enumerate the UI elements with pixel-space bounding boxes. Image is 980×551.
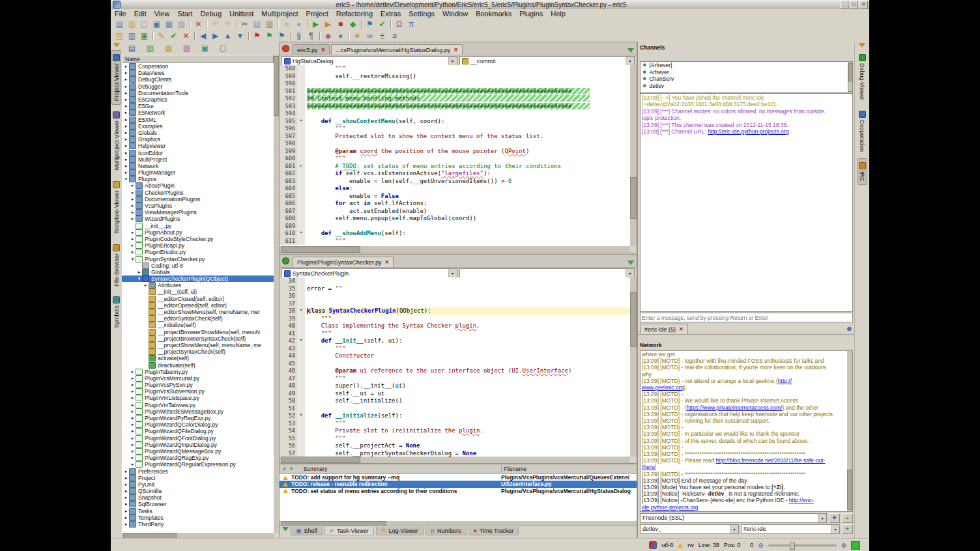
menu-settings[interactable]: Settings <box>405 10 439 18</box>
close-tab-icon[interactable]: ✕ <box>454 47 458 53</box>
new-project-button[interactable]: ▤ <box>113 31 126 41</box>
expand-arrow[interactable]: ▸ <box>130 409 136 414</box>
tree-item[interactable]: ▸Snapshot <box>122 494 274 501</box>
menu-debug[interactable]: Debug <box>197 10 225 18</box>
expand-arrow[interactable]: ▸ <box>123 469 129 474</box>
tree-item[interactable]: ▸VcsPlugins <box>122 203 274 209</box>
tree-item[interactable]: ▸Graphics <box>122 136 274 143</box>
tree-item[interactable]: ▸AboutPlugin <box>122 182 274 189</box>
favorites-button[interactable]: ★ <box>351 31 364 41</box>
add-task-icon[interactable]: + <box>290 466 293 472</box>
expand-arrow[interactable]: ▸ <box>130 429 136 434</box>
tree-item[interactable]: ▸Helpviewer <box>122 143 274 149</box>
expand-arrow[interactable]: ▾ <box>130 257 136 262</box>
tree-item[interactable]: ▸Debugger <box>122 83 274 90</box>
tree-item[interactable]: __init__(self, ui) <box>122 289 274 295</box>
tree-item[interactable]: ▸QScintilla <box>122 488 274 494</box>
tree-item[interactable]: ▸PluginManager <box>122 169 274 176</box>
expand-arrow[interactable]: ▸ <box>130 369 136 374</box>
tree-header[interactable]: Name <box>122 55 274 63</box>
tree-hscrollbar[interactable] <box>122 533 274 539</box>
close-file-button[interactable]: ▢ <box>138 19 151 29</box>
expand-arrow[interactable]: ▸ <box>130 442 136 447</box>
tree-item[interactable]: ▸PluginWizardQRegExp.py <box>122 455 274 461</box>
tree-item[interactable]: ▸PluginWizardQColorDialog.py <box>122 421 274 428</box>
menu-extras[interactable]: Extras <box>377 10 405 18</box>
expand-arrow[interactable]: ▸ <box>123 488 129 494</box>
editor-bottom-vscrollbar[interactable] <box>630 277 637 457</box>
tree-item[interactable]: ▸E5Graphics <box>122 96 274 103</box>
expand-arrow[interactable]: ▸ <box>123 97 129 102</box>
tree-item[interactable]: ▸E5XML <box>122 117 274 123</box>
member-selector[interactable]: ▾ <box>459 268 635 278</box>
channel-user[interactable]: ☻[Arfrever] <box>641 62 852 69</box>
tree-item[interactable]: ▸PluginWizardQInputDialog.py <box>122 442 274 448</box>
tree-item[interactable]: ▸MultiProject <box>122 156 274 163</box>
syntax-check-button[interactable]: ✔ <box>376 19 388 29</box>
editor-top-hscrollbar[interactable] <box>280 246 630 253</box>
run-button[interactable]: ▶ <box>310 19 322 29</box>
tree-item[interactable]: ▸PluginWizardQFileDialog.py <box>122 428 274 434</box>
expand-arrow[interactable]: ▸ <box>123 475 129 481</box>
expand-arrow[interactable]: ▸ <box>123 110 129 115</box>
undo-button[interactable]: ↶ <box>209 19 222 29</box>
dock-tab-multiproject-viewer[interactable]: Multiproject-Viewer <box>111 107 121 174</box>
zoom-slider-handle[interactable] <box>790 543 795 550</box>
expand-arrow[interactable]: ▸ <box>130 462 136 467</box>
tree-item[interactable]: activate(self) <box>122 355 274 361</box>
interfaces-button[interactable]: ▣ <box>199 43 211 53</box>
translations-button[interactable]: ▧ <box>180 43 193 53</box>
column-filename[interactable]: Filename <box>501 466 637 472</box>
tool-tabs-filter-icon[interactable] <box>282 527 289 531</box>
task-row[interactable]: TODO: set status of menu entries accordi… <box>280 488 637 494</box>
dock-filter-icon[interactable] <box>113 43 120 48</box>
dock-filter-icon[interactable] <box>859 43 865 48</box>
tree-item[interactable]: ▾SyntaxCheckerPlugin(QObject) <box>122 276 274 282</box>
code-area-bottom[interactable]: 3435error = ""363738▾class SyntaxChecker… <box>280 277 630 457</box>
network-selector[interactable]: Freenode (SSL) ▾ <box>640 513 827 523</box>
tree-item[interactable]: __editorSyntaxCheck(self) <box>122 315 274 322</box>
code-area-top[interactable]: 588 """589 self.__restoreMissing()590591… <box>280 65 630 246</box>
edit-topic-icon[interactable]: ☻ <box>845 325 853 332</box>
expand-arrow[interactable]: ▸ <box>123 70 129 76</box>
expand-arrow[interactable]: ▸ <box>123 515 129 520</box>
menu-unittest[interactable]: Unittest <box>225 10 257 18</box>
tab-time-tracker[interactable]: ●Time Tracker <box>468 527 519 535</box>
stop-button[interactable]: ■ <box>334 19 347 29</box>
tab-log-viewer[interactable]: ✎Log-Viewer <box>376 527 424 535</box>
clear-button[interactable]: ✕ <box>180 31 192 41</box>
tree-item[interactable]: ▸PluginWizardQFontDialog.py <box>122 435 274 442</box>
tree-item[interactable]: ▸PluginAbout.py <box>122 229 274 236</box>
expand-arrow[interactable]: ▸ <box>123 77 129 82</box>
paste-button[interactable]: ▥ <box>263 19 276 29</box>
save-project-button[interactable]: ▣ <box>138 31 151 41</box>
others-button[interactable]: ▢ <box>217 43 229 53</box>
editor-bottom[interactable]: Plugins/PluginSyntaxChecker.py✕ SyntaxCh… <box>279 254 637 464</box>
expand-arrow[interactable]: ▸ <box>130 455 136 460</box>
tree-item[interactable]: ▸DocumentationTools <box>122 90 274 96</box>
bookmark-blue-button[interactable]: ⚑ <box>276 31 288 41</box>
expand-arrow[interactable]: ▸ <box>130 230 136 235</box>
expand-arrow[interactable]: ▾ <box>123 177 129 182</box>
symbols-button[interactable]: Ω <box>393 19 405 29</box>
sources-button[interactable]: ▤ <box>126 43 138 53</box>
editor-tab[interactable]: eric5.py✕ <box>293 44 330 55</box>
editor-bottom-hscrollbar[interactable] <box>280 457 630 463</box>
menu-project[interactable]: Project <box>302 10 332 18</box>
column-summary[interactable]: Summary <box>296 466 498 472</box>
expand-arrow[interactable]: ▸ <box>123 482 129 487</box>
expand-arrow[interactable]: ▸ <box>130 395 136 401</box>
tree-item[interactable]: ▸PluginVmListspace.py <box>122 395 274 401</box>
tree-item[interactable]: ▸Examples <box>122 123 274 130</box>
join-channel-selector[interactable]: #eric-ide ▾ <box>741 524 840 534</box>
dock-tab-file-browser[interactable]: File-Browser <box>111 240 121 290</box>
continue-button[interactable]: ▶ <box>322 19 334 29</box>
expand-arrow[interactable]: ▸ <box>130 436 136 441</box>
tree-vscrollbar[interactable] <box>274 55 279 533</box>
expand-arrow[interactable]: ▸ <box>136 270 142 275</box>
menu-edit[interactable]: Edit <box>130 10 151 18</box>
tab-task-viewer[interactable]: ✔Task-Viewer <box>324 527 374 535</box>
tree-item[interactable]: ▸CheckerPlugins <box>122 190 274 196</box>
tree-item[interactable]: __editorOpened(self, editor) <box>122 302 274 309</box>
class-selector[interactable]: SyntaxCheckerPlugin ▾ <box>281 268 457 278</box>
